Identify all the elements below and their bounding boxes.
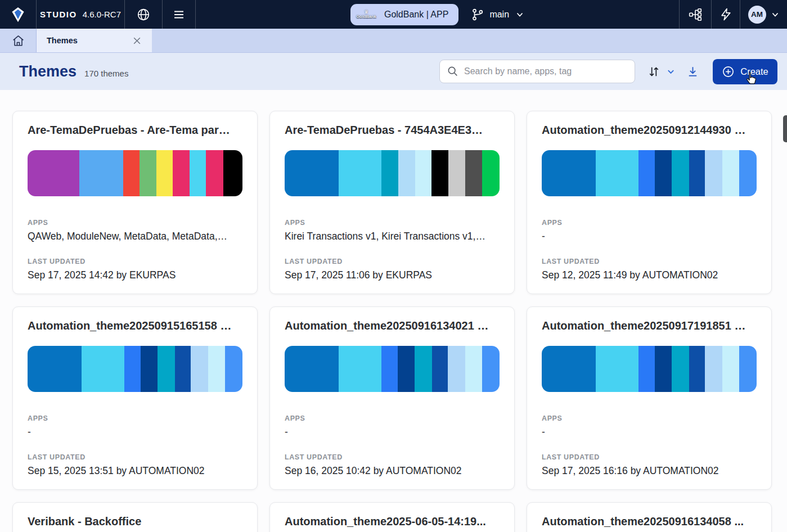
palette-segment (739, 150, 757, 196)
themes-content: Are-TemaDePruebas - Are-Tema par… APPS Q… (0, 90, 787, 532)
topbar-spacer-right (524, 0, 679, 29)
palette-segment (596, 150, 638, 196)
git-branch-icon (471, 8, 484, 21)
brand-name: STUDIO (40, 10, 77, 19)
theme-card[interactable]: Automation_theme20250917191851 … APPS - … (527, 306, 772, 490)
last-updated-label: LAST UPDATED (542, 258, 757, 265)
brand-version: 4.6.0-RC7 (83, 10, 121, 19)
palette-segment (158, 346, 175, 392)
apps-value: QAWeb, ModuleNew, MetaData, MetaData,… (28, 231, 242, 242)
create-button-label: Create (740, 66, 768, 77)
themes-count: 170 themes (84, 69, 128, 78)
palette-segment (672, 346, 689, 392)
export-button[interactable] (686, 65, 699, 78)
palette-segment (638, 150, 655, 196)
palette-segment (722, 150, 740, 196)
palette-segment (432, 346, 448, 392)
palette-segment (705, 150, 722, 196)
branch-selector[interactable]: main (471, 0, 524, 29)
vertical-scrollbar-thumb[interactable] (783, 115, 787, 142)
theme-card[interactable]: Automation_theme2025-06-05-14:19... APPS… (269, 502, 515, 532)
palette-strip (28, 150, 242, 196)
apps-label: APPS (542, 414, 757, 422)
home-tab-button[interactable] (0, 29, 37, 52)
sitemap-icon (688, 7, 703, 22)
tab-themes[interactable]: Themes (37, 29, 152, 52)
palette-strip (28, 346, 242, 392)
studio-logo-icon (10, 6, 26, 23)
last-updated-label: LAST UPDATED (28, 258, 242, 265)
last-updated-label: LAST UPDATED (542, 453, 757, 461)
palette-segment (739, 346, 757, 392)
app-context-badge[interactable]: ♛ GoldBank GoldBank | APP (350, 4, 458, 25)
palette-segment (79, 150, 123, 196)
topbar-spacer-left (196, 0, 350, 29)
last-updated-value: Sep 17, 2025 16:16 by AUTOMATION02 (542, 465, 757, 477)
palette-segment (448, 346, 465, 392)
chevron-down-icon (771, 10, 780, 19)
last-updated-value: Sep 17, 2025 14:42 by EKURPAS (28, 269, 242, 281)
theme-card[interactable]: Automation_theme20250912144930 … APPS - … (527, 111, 772, 294)
theme-card-title: Automation_theme20250912144930 … (542, 124, 757, 137)
palette-segment (285, 150, 339, 196)
palette-segment (655, 150, 672, 196)
sitemap-button[interactable] (679, 0, 711, 29)
palette-segment (448, 150, 465, 196)
apps-value: - (542, 231, 757, 242)
last-updated-value: Sep 17, 2025 11:06 by EKURPAS (285, 269, 500, 281)
tab-bar: Themes (0, 29, 787, 53)
quick-actions-button[interactable] (711, 0, 740, 29)
palette-segment (415, 346, 432, 392)
page-header: Themes 170 themes (0, 53, 787, 90)
sort-control[interactable] (647, 65, 675, 78)
apps-label: APPS (285, 219, 500, 227)
palette-segment (339, 150, 381, 196)
palette-segment (173, 150, 189, 196)
theme-card[interactable]: Automation_theme20250915165158 … APPS - … (12, 306, 258, 490)
theme-card-title: Automation_theme2025-06-05-14:19... (285, 515, 500, 528)
apps-value: - (542, 426, 757, 438)
palette-segment (82, 346, 124, 392)
plus-circle-icon (722, 65, 735, 78)
close-icon[interactable] (132, 36, 142, 46)
palette-segment (638, 346, 655, 392)
create-button[interactable]: Create (713, 59, 777, 84)
theme-card[interactable]: Automation_theme20250916134021 … APPS - … (269, 306, 515, 490)
last-updated-label: LAST UPDATED (28, 453, 242, 461)
palette-segment (655, 346, 672, 392)
palette-segment (123, 150, 140, 196)
chevron-down-icon[interactable] (667, 67, 675, 76)
app-logo[interactable] (0, 0, 37, 29)
goldbank-mini-logo: ♛ GoldBank (355, 10, 377, 19)
palette-segment (482, 346, 500, 392)
theme-card[interactable]: Are-TemaDePruebas - Are-Tema par… APPS Q… (12, 111, 258, 294)
apps-label: APPS (542, 219, 757, 227)
palette-segment (339, 346, 381, 392)
account-menu[interactable]: AM (740, 0, 787, 29)
top-bar: STUDIO 4.6.0-RC7 ♛ GoldBank GoldBank | A… (0, 0, 787, 29)
palette-strip (285, 346, 500, 392)
main-menu-button[interactable] (163, 0, 196, 29)
palette-segment (206, 150, 223, 196)
app-badge-label: GoldBank | APP (384, 10, 448, 20)
theme-card[interactable]: Are-TemaDePruebas - 7454A3E4E3… APPS Kir… (269, 111, 515, 294)
search-input[interactable] (464, 66, 628, 76)
last-updated-value: Sep 12, 2025 11:49 by AUTOMATION02 (542, 269, 757, 281)
theme-card[interactable]: Veribank - Backoffice APPS LAST UPDATED (12, 502, 258, 532)
palette-segment (482, 150, 500, 196)
theme-card-title: Veribank - Backoffice (28, 515, 242, 528)
palette-segment (542, 150, 596, 196)
palette-segment (381, 346, 398, 392)
hamburger-icon (172, 8, 186, 21)
palette-segment (191, 346, 208, 392)
download-icon (686, 65, 699, 78)
last-updated-value: Sep 15, 2025 13:51 by AUTOMATION02 (28, 465, 242, 477)
language-button[interactable] (125, 0, 163, 29)
palette-segment (225, 346, 242, 392)
last-updated-label: LAST UPDATED (285, 453, 500, 461)
theme-card[interactable]: Automation_theme20250916134058 ... APPS … (527, 502, 772, 532)
search-box[interactable] (439, 60, 635, 83)
last-updated-label: LAST UPDATED (285, 258, 500, 265)
palette-segment (28, 346, 82, 392)
palette-segment (124, 346, 141, 392)
